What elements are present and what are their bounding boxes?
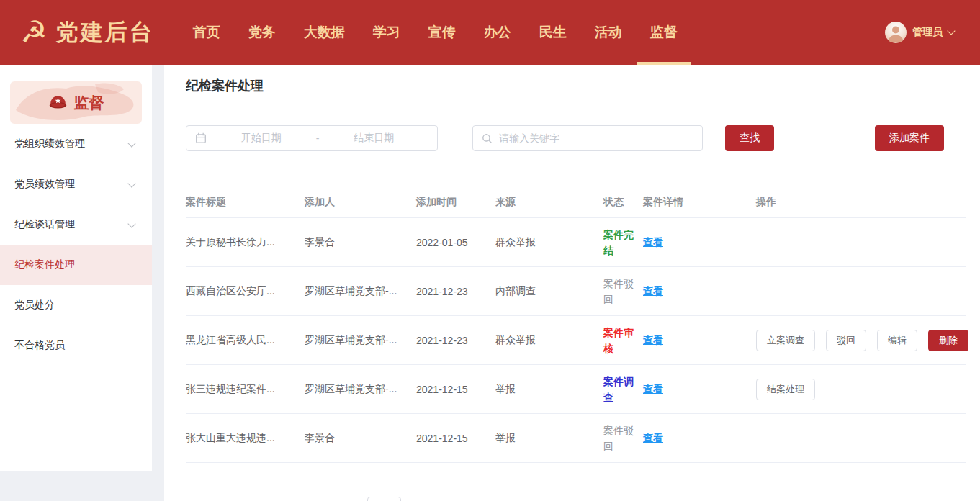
status-badge: 案件审核 [603,325,643,356]
status-badge: 案件驳回 [603,423,643,454]
row-action-button[interactable]: 删除 [928,330,968,351]
party-emblem-icon: ☭ [20,17,48,48]
sidebar-item[interactable]: 不合格党员 [0,325,152,366]
time-cell: 2022-01-05 [416,237,495,248]
nav-item[interactable]: 首页 [193,0,220,65]
sidebar-item[interactable]: 党员处分 [0,285,152,325]
status-cell: 案件驳回 [603,423,643,454]
date-range-picker[interactable]: 开始日期 - 结束日期 [186,125,438,151]
column-header: 来源 [495,196,603,209]
detail-cell: 查看 [643,432,756,445]
nav-item[interactable]: 活动 [595,0,622,65]
case-table: 案件标题添加人添加时间来源状态案件详情操作 关于原秘书长徐力...李景合2022… [186,187,966,463]
chevron-down-icon [127,179,135,187]
view-case-link[interactable]: 查看 [643,383,663,396]
table-body: 关于原秘书长徐力...李景合2022-01-05群众举报案件完结查看西藏自治区公… [186,218,966,463]
nav-item[interactable]: 党务 [248,0,276,65]
police-cap-icon [48,95,68,110]
table-row: 黑龙江省高级人民...罗湖区草埔党支部-...2021-12-23群众举报案件审… [186,316,966,365]
sidebar-menu: 党组织绩效管理党员绩效管理纪检谈话管理纪检案件处理党员处分不合格党员 [0,124,152,366]
person-icon [885,22,907,43]
source-cell: 举报 [495,432,603,445]
nav-item[interactable]: 学习 [373,0,400,65]
row-action-button[interactable]: 编辑 [877,330,917,351]
detail-cell: 查看 [643,285,756,298]
sidebar: 监督 党组织绩效管理党员绩效管理纪检谈话管理纪检案件处理党员处分不合格党员 [0,65,152,471]
view-case-link[interactable]: 查看 [643,432,663,445]
sidebar-item-label: 党员处分 [14,299,55,312]
main-content: 纪检案件处理 开始日期 - 结束日期 [164,65,980,501]
status-badge: 案件调查 [603,374,643,405]
adder-cell: 李景合 [305,432,416,445]
sidebar-item[interactable]: 党员绩效管理 [0,164,152,204]
nav-item[interactable]: 办公 [484,0,511,65]
column-header: 状态 [603,196,643,209]
app-logo: ☭ 党建后台 [20,17,154,48]
status-cell: 案件驳回 [603,276,643,307]
row-action-button[interactable]: 立案调查 [756,330,815,351]
sidebar-item[interactable]: 纪检案件处理 [0,245,152,285]
search-icon [482,133,493,144]
table-row: 西藏自治区公安厅...罗湖区草埔党支部-...2021-12-23内部调查案件驳… [186,267,966,316]
adder-cell: 罗湖区草埔党支部-... [305,383,416,396]
case-title-cell: 张大山重大违规违... [186,432,305,445]
time-cell: 2021-12-23 [416,335,495,346]
column-header: 添加时间 [416,196,495,209]
user-menu[interactable]: 管理员 [885,22,954,43]
sidebar-banner: 监督 [10,81,142,124]
time-cell: 2021-12-15 [416,433,495,444]
column-header: 案件详情 [643,196,756,209]
view-case-link[interactable]: 查看 [643,334,663,347]
status-cell: 案件完结 [603,227,643,258]
column-header: 案件标题 [186,196,305,209]
time-cell: 2021-12-15 [416,384,495,395]
add-case-button[interactable]: 添加案件 [875,125,944,151]
detail-cell: 查看 [643,236,756,249]
adder-cell: 罗湖区草埔党支部-... [305,334,416,347]
sidebar-item-label: 纪检案件处理 [14,258,75,271]
source-cell: 举报 [495,383,603,396]
case-title-cell: 关于原秘书长徐力... [186,236,305,249]
row-action-button[interactable]: 结案处理 [756,379,815,400]
nav-item[interactable]: 宣传 [428,0,456,65]
case-title-cell: 黑龙江省高级人民... [186,334,305,347]
chevron-down-icon [127,220,135,227]
nav-item[interactable]: 监督 [650,0,678,65]
status-badge: 案件完结 [603,227,643,258]
search-input[interactable] [498,132,693,145]
calendar-icon [195,132,207,144]
end-date-placeholder[interactable]: 结束日期 [319,132,428,145]
adder-cell: 罗湖区草埔党支部-... [305,285,416,298]
sidebar-item-label: 不合格党员 [14,339,65,352]
keyword-search-box[interactable] [472,125,703,151]
title-divider [186,109,966,109]
status-badge: 案件驳回 [603,276,643,307]
sidebar-item-label: 党员绩效管理 [14,178,75,191]
table-row: 张三违规违纪案件...罗湖区草埔党支部-...2021-12-15举报案件调查查… [186,365,966,414]
nav-item[interactable]: 大数据 [304,0,345,65]
app-title: 党建后台 [56,17,154,48]
actions-cell: 立案调查驳回编辑删除 [756,330,968,351]
chevron-down-icon [947,27,955,35]
adder-cell: 李景合 [305,236,416,249]
nav-item[interactable]: 民生 [539,0,567,65]
table-header-row: 案件标题添加人添加时间来源状态案件详情操作 [186,187,966,218]
view-case-link[interactable]: 查看 [643,285,663,298]
main-nav: 首页党务大数据学习宣传办公民生活动监督 [193,0,678,65]
top-header: ☭ 党建后台 首页党务大数据学习宣传办公民生活动监督 管理员 [0,0,980,65]
time-cell: 2021-12-23 [416,286,495,297]
search-button[interactable]: 查找 [725,125,774,151]
sidebar-item[interactable]: 党组织绩效管理 [0,124,152,164]
pagination-button[interactable] [367,497,401,501]
table-row: 张大山重大违规违...李景合2021-12-15举报案件驳回查看 [186,414,966,463]
status-cell: 案件调查 [603,374,643,405]
view-case-link[interactable]: 查看 [643,236,663,249]
sidebar-item[interactable]: 纪检谈话管理 [0,204,152,245]
column-header: 添加人 [305,196,416,209]
detail-cell: 查看 [643,334,756,347]
chevron-down-icon [127,139,135,147]
sidebar-item-label: 纪检谈话管理 [14,218,75,231]
column-header: 操作 [756,196,966,209]
row-action-button[interactable]: 驳回 [826,330,866,351]
start-date-placeholder[interactable]: 开始日期 [207,132,316,145]
